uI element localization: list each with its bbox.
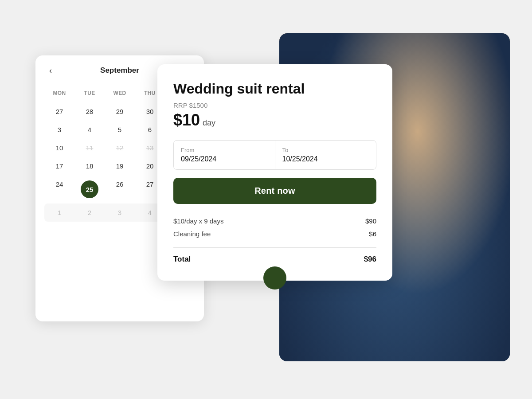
cleaning-fee-label: Cleaning fee — [173, 230, 211, 238]
total-row: Total $96 — [173, 252, 376, 266]
daily-rate-row: $10/day x 9 days $90 — [173, 215, 376, 227]
to-label: To — [282, 147, 369, 153]
price-amount: $10 — [173, 111, 200, 129]
day-header-wed: WED — [105, 87, 135, 102]
rrp-price: RRP $1500 — [173, 102, 376, 109]
rental-card: Wedding suit rental RRP $1500 $10 day Fr… — [157, 64, 392, 281]
cal-day-1b[interactable]: 1 — [44, 203, 74, 222]
total-label: Total — [173, 255, 191, 264]
cal-day-27a[interactable]: 27 — [44, 102, 74, 121]
from-label: From — [181, 147, 268, 153]
cal-day-26[interactable]: 26 — [105, 175, 135, 203]
from-date-field[interactable]: From 09/25/2024 — [174, 141, 275, 169]
date-inputs-container: From 09/25/2024 To 10/25/2024 — [173, 140, 376, 170]
avatar-peek — [263, 266, 286, 289]
cal-day-5[interactable]: 5 — [105, 121, 135, 139]
cal-day-2b[interactable]: 2 — [74, 203, 105, 222]
cal-day-3b[interactable]: 3 — [105, 203, 135, 222]
cleaning-fee-row: Cleaning fee $6 — [173, 227, 376, 240]
cal-day-12: 12 — [105, 139, 135, 157]
cal-day-17[interactable]: 17 — [44, 157, 74, 175]
cal-day-28[interactable]: 28 — [74, 102, 105, 121]
price-unit: day — [203, 118, 215, 128]
day-header-mon: MON — [44, 87, 74, 102]
from-date-value: 09/25/2024 — [181, 155, 268, 163]
selected-day-circle: 25 — [81, 180, 98, 198]
cal-day-11: 11 — [74, 139, 105, 157]
cleaning-fee-value: $6 — [369, 230, 376, 238]
cal-day-18[interactable]: 18 — [74, 157, 105, 175]
price-row: $10 day — [173, 111, 376, 129]
cal-day-25-selected[interactable]: 25 — [74, 175, 105, 203]
price-breakdown: $10/day x 9 days $90 Cleaning fee $6 — [173, 215, 376, 240]
rent-now-button[interactable]: Rent now — [173, 178, 376, 204]
cal-day-4[interactable]: 4 — [74, 121, 105, 139]
to-date-value: 10/25/2024 — [282, 155, 369, 163]
day-header-tue: TUE — [74, 87, 105, 102]
cal-day-10[interactable]: 10 — [44, 139, 74, 157]
calendar-month-label: September — [100, 66, 139, 75]
to-date-field[interactable]: To 10/25/2024 — [275, 141, 376, 169]
calendar-back-button[interactable]: ‹ — [44, 64, 57, 77]
cal-day-29[interactable]: 29 — [105, 102, 135, 121]
cal-day-19[interactable]: 19 — [105, 157, 135, 175]
cal-day-3[interactable]: 3 — [44, 121, 74, 139]
cal-day-24[interactable]: 24 — [44, 175, 74, 203]
total-value: $96 — [364, 255, 376, 264]
rental-title: Wedding suit rental — [173, 80, 376, 97]
total-divider — [173, 247, 376, 248]
daily-rate-value: $90 — [365, 217, 376, 225]
daily-rate-label: $10/day x 9 days — [173, 217, 223, 225]
